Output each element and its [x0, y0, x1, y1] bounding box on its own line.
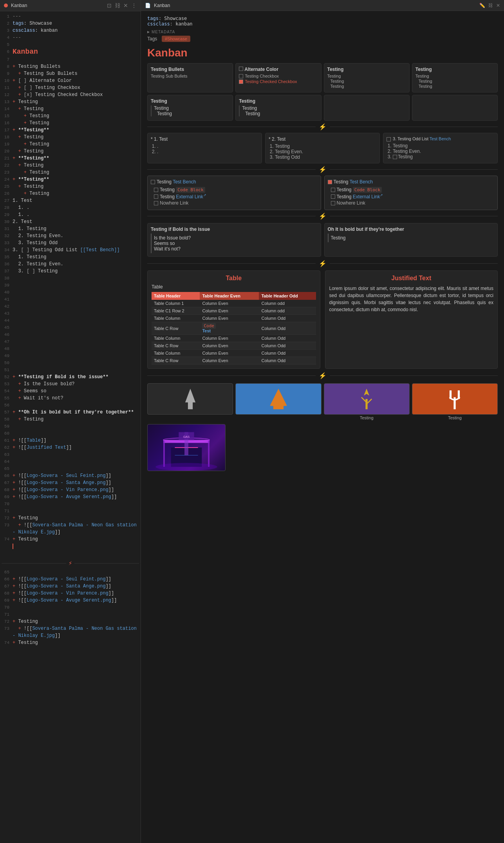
left-panel: Kanban ⊡ ⛓ ✕ ⋮ 1--- 2tags: Showcase 3css… [0, 0, 141, 843]
app-container: Kanban ⊡ ⛓ ✕ ⋮ 1--- 2tags: Showcase 3css… [0, 0, 504, 843]
card-empty-1 [324, 95, 410, 121]
bold-nested-2: Testing [328, 234, 495, 242]
table-row: Table C RowCodeTestColumn Odd [152, 322, 316, 335]
bold-card-1: Testing if Bold is the issue Is the Issu… [147, 223, 321, 257]
divider-3: ⚡ [147, 212, 498, 220]
th-1: Table Header [152, 292, 200, 300]
nowhere-link-1: Nowhere Link [160, 200, 188, 206]
divider-4: ⚡ [147, 260, 498, 267]
tag-badge[interactable]: #Showcase [162, 36, 190, 42]
card-body-1: Testing Sub Bullets [151, 74, 229, 78]
preview-title: Kanban [147, 47, 498, 59]
maximize-icon[interactable]: ⊡ [107, 2, 112, 9]
divider-5: ⚡ [147, 372, 498, 379]
th-3: Table Header Odd [259, 292, 316, 300]
card-empty-2 [412, 95, 498, 121]
table-row: Table ColumnColumn EvenColumn Odd [152, 335, 316, 342]
test-bench-link-1[interactable]: Test Bench [430, 136, 451, 141]
table-sub: Table [152, 284, 316, 290]
list-row: * 1. Test . . * 2. Test Testing Testing … [147, 133, 498, 163]
table-row: Table ColumnColumn EvenColumn Odd [152, 315, 316, 322]
test-bench-row: Testing Test Bench Testing Code Block Te… [147, 176, 498, 210]
menu-icon[interactable]: ⋮ [131, 2, 137, 9]
caption-3: Testing [324, 415, 410, 420]
bold-title-2: Oh It is bold but if they're together [328, 227, 495, 232]
card-body-3: Testing Testing Testing [327, 74, 406, 89]
justified-title: Justified Text [329, 275, 494, 282]
test-bench-link-3[interactable]: Test Bench [350, 179, 373, 185]
image-box-1 [147, 383, 233, 420]
nowhere-link-2: Nowhere Link [337, 200, 365, 206]
table-section: Table Table Table Header Table Header Ev… [147, 270, 498, 369]
table-row: Table C RowColumn EvenColumn Odd [152, 342, 316, 350]
card-testing-3: Testing Testing Testing Testing [324, 63, 410, 92]
metadata-label: METADATA [147, 30, 498, 34]
svg-marker-0 [185, 389, 195, 410]
bold-section: Testing if Bold is the issue Is the Issu… [147, 223, 498, 257]
svg-rect-13 [208, 440, 210, 467]
justified-text: Lorem ipsum dolor sit amet, consectetur … [329, 285, 494, 313]
external-link-2[interactable]: External Link [353, 194, 383, 199]
link-icon-right[interactable]: ⛓ [488, 3, 493, 8]
nested-block-1: Testing Testing [151, 105, 229, 116]
bench-card-1: Testing Test Bench Testing Code Block Te… [147, 176, 321, 210]
table-row: Table Column 1Column EvenColumn odd [152, 300, 316, 307]
test-bench-link-2[interactable]: Test Bench [173, 179, 196, 185]
right-panel-title: Kanban [154, 3, 170, 8]
card-testing-nested-1: Testing Testing Testing [147, 95, 233, 121]
image-box-3: Testing [324, 383, 410, 420]
right-panel-header: 📄 Kanban ✏️ ⛓ ✕ [141, 0, 504, 11]
left-panel-header: Kanban ⊡ ⛓ ✕ ⋮ [0, 0, 141, 11]
divider-2: ⚡ [147, 166, 498, 173]
card-title-3: Testing [327, 67, 406, 72]
card-title-2: Alternate Color [239, 67, 318, 72]
bold-nested-1: Is the Issue bold? Seems so Wait it's no… [151, 234, 318, 253]
image-large-container: GAS [147, 424, 226, 471]
edit-icon[interactable]: ✏️ [479, 3, 485, 8]
th-2: Table Header Even [200, 292, 259, 300]
close-icon[interactable]: ✕ [123, 2, 128, 9]
table-card: Table Table Table Header Table Header Ev… [147, 270, 320, 369]
lightning-icon-1: ⚡ [319, 123, 327, 131]
svg-text:GAS: GAS [183, 435, 190, 439]
bench-header-2: Testing Test Bench [328, 179, 495, 185]
lightning-icon-4: ⚡ [319, 260, 327, 267]
svg-rect-12 [163, 440, 165, 467]
table-row: Table ColumnColumn EvenColumn Odd [152, 350, 316, 357]
divider-1: ⚡ [147, 123, 498, 131]
metadata-section: METADATA Tags #Showcase [147, 30, 498, 42]
table-title: Table [152, 275, 316, 282]
alt-color-cb [239, 67, 243, 71]
card-title-1: Testing Bullets [151, 67, 229, 72]
lightning-icon-2: ⚡ [319, 166, 327, 173]
list-card-2: * 2. Test Testing Testing Even. Testing … [265, 133, 380, 163]
frontmatter: tags: Showcase cssclass: kanban [147, 16, 498, 27]
editor-area[interactable]: 1--- 2tags: Showcase 3cssclass: kanban 4… [0, 11, 141, 843]
link-icon[interactable]: ⛓ [115, 2, 120, 9]
left-header-icons: ⊡ ⛓ ✕ ⋮ [107, 2, 137, 9]
nested-block-2: Testing Testing [239, 105, 318, 116]
justified-card: Justified Text Lorem ipsum dolor sit ame… [325, 270, 498, 369]
image-box-4: Testing [412, 383, 498, 420]
preview-area: tags: Showcase cssclass: kanban METADATA… [141, 11, 504, 843]
left-panel-title: Kanban [11, 3, 27, 8]
bench-header-1: Testing Test Bench [151, 179, 318, 185]
external-link-1[interactable]: External Link [176, 194, 206, 199]
caption-4: Testing [412, 415, 498, 420]
image-box-2 [235, 383, 321, 420]
card-testing-bullets: Testing Bullets Testing Sub Bullets [147, 63, 233, 92]
card-testing-nested-2: Testing Testing Testing [235, 95, 321, 121]
card-testing-4: Testing Testing Testing Testing [412, 63, 498, 92]
image-row-1: Testing Testing [147, 383, 498, 420]
right-wrapper: 📄 Kanban ✏️ ⛓ ✕ tags: Showcase cssclass:… [141, 0, 504, 843]
bold-title-1: Testing if Bold is the issue [151, 227, 318, 232]
close-icon-right[interactable]: ✕ [496, 3, 500, 8]
card-alternate-color: Alternate Color Testing Checkbox Testing… [235, 63, 321, 92]
svg-marker-6 [364, 389, 369, 396]
data-table: Table Header Table Header Even Table Hea… [152, 292, 316, 364]
red-lightning-1: ⚡ [69, 559, 72, 567]
kanban-row1: Testing Bullets Testing Sub Bullets Alte… [147, 63, 498, 92]
bold-card-2: Oh It is bold but if they're together Te… [324, 223, 498, 257]
table-row: Table C RowColumn EvenColumn Odd [152, 357, 316, 364]
card-body-4: Testing Testing Testing [415, 74, 494, 89]
